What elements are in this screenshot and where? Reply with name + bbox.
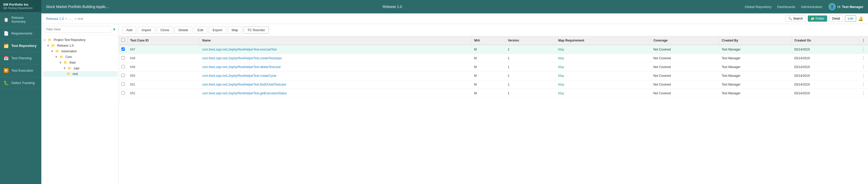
add-button[interactable]: Add: [122, 27, 136, 34]
row-checkbox[interactable]: [121, 56, 125, 60]
clone-button[interactable]: Clone: [157, 27, 173, 34]
tree-node-label: Automation: [61, 49, 77, 53]
topnav-links: Global Repository Dashboards Administrat…: [745, 5, 822, 9]
row-checkbox[interactable]: [121, 82, 125, 86]
select-all-checkbox[interactable]: [121, 38, 125, 42]
row-options-button[interactable]: ⋮: [861, 56, 865, 61]
export-button[interactable]: Export: [209, 27, 226, 34]
filter-icon[interactable]: ▼: [113, 27, 116, 31]
notification-bell-icon[interactable]: 🔔: [858, 16, 863, 21]
header-created-on: Created On: [792, 36, 859, 45]
map-link[interactable]: Map: [558, 74, 564, 78]
breadcrumb-sep2: >: [75, 17, 77, 21]
list-button[interactable]: List: [845, 15, 856, 22]
test-case-name-link[interactable]: com.thed.zapi.rest.ZephyrRestHelperTest.…: [202, 91, 287, 95]
created-by-cell: Test Manager: [719, 63, 792, 71]
sidebar-item-release-summary[interactable]: 📋 Release Summary: [0, 12, 41, 27]
header-map-requirement: Map Requirement: [555, 36, 651, 45]
table-header-row: Test Case ID Name M/A Version Map Requir…: [119, 36, 868, 45]
map-requirement-cell: Map: [555, 63, 651, 71]
detail-label: Detail: [832, 17, 840, 21]
ma-cell: M: [471, 71, 505, 80]
sidebar-item-test-repository[interactable]: 🗂️ Test Repository: [0, 40, 41, 52]
tree-node-label: zapi: [74, 67, 79, 70]
row-options-button[interactable]: ⋮: [861, 91, 865, 96]
company-name: SM Portfolio Inc: [3, 3, 38, 6]
global-repository-link[interactable]: Global Repository: [745, 5, 771, 9]
map-link[interactable]: Map: [558, 65, 564, 69]
created-by-cell: Test Manager: [719, 54, 792, 63]
administration-link[interactable]: Administration: [801, 5, 822, 9]
test-case-name-link[interactable]: com.thed.zapi.rest.ZephyrRestHelperTest.…: [202, 65, 281, 69]
sidebar-item-requirements[interactable]: 📄 Requirements: [0, 27, 41, 40]
row-checkbox[interactable]: [121, 74, 125, 77]
row-checkbox[interactable]: [121, 91, 125, 95]
map-link[interactable]: Map: [558, 57, 564, 60]
tree-item[interactable]: ▼📁Release 1.0: [42, 43, 118, 48]
version-cell: 1: [505, 54, 555, 63]
options-cell: ⋮: [859, 80, 868, 89]
tree-expand-icon: ▼: [59, 61, 62, 65]
test-case-table: Test Case ID Name M/A Version Map Requir…: [119, 36, 868, 98]
options-cell: ⋮: [859, 45, 868, 54]
sidebar-logo: SM Portfolio Inc QA Testing Department: [0, 0, 41, 12]
row-options-button[interactable]: ⋮: [861, 73, 865, 78]
search-button[interactable]: 🔍 Search: [785, 15, 806, 22]
test-repository-icon: 🗂️: [4, 43, 9, 48]
options-cell: ⋮: [859, 63, 868, 71]
breadcrumb-release[interactable]: Release 1.0: [46, 17, 64, 21]
options-cell: ⋮: [859, 71, 868, 80]
requirements-icon: 📄: [4, 31, 9, 36]
body-area: ▼ ▷📁Project Test Repository▼📁Release 1.0…: [41, 24, 868, 184]
sidebar-item-test-planning[interactable]: 📅 Test Planning: [0, 52, 41, 65]
sidebar-item-defect-tracking[interactable]: 🐛 Defect Tracking: [0, 77, 41, 89]
row-checkbox-cell: [119, 63, 128, 71]
test-case-name-link[interactable]: com.thed.zapi.rest.ZephyrRestHelperTest.…: [202, 57, 282, 60]
ma-cell: M: [471, 45, 505, 54]
folder-label: Folder: [815, 17, 824, 21]
row-checkbox[interactable]: [121, 65, 125, 68]
test-case-name-link[interactable]: com.thed.zapi.rest.ZephyrRestHelperTest.…: [202, 83, 286, 86]
filter-input[interactable]: [44, 26, 111, 33]
map-link[interactable]: Map: [558, 83, 564, 86]
folder-icon: 📁: [811, 17, 814, 21]
test-case-name-link[interactable]: com.thed.zapi.rest.ZephyrRestHelperTest.…: [202, 48, 277, 51]
detail-button[interactable]: Detail: [829, 15, 843, 22]
tree-item[interactable]: ▼📁Automation: [42, 48, 118, 54]
release-label: Release 1.0: [382, 5, 402, 9]
map-link[interactable]: Map: [558, 48, 564, 51]
test-case-id-cell: 649: [128, 63, 200, 71]
test-planning-icon: 📅: [4, 56, 9, 61]
version-cell: 1: [505, 71, 555, 80]
tree-item[interactable]: 📁rest: [42, 71, 118, 77]
main-area: Stock Market Portfolio Building Applic..…: [41, 0, 868, 184]
map-link[interactable]: Map: [558, 91, 564, 95]
tree-item[interactable]: ▼📁thed: [42, 60, 118, 66]
ma-cell: M: [471, 89, 505, 98]
tree-node-label: thed: [69, 61, 75, 65]
sidebar-item-label: Test Execution: [11, 69, 33, 72]
row-options-button[interactable]: ⋮: [861, 82, 865, 87]
tree-item[interactable]: ▼📁zapi: [42, 66, 118, 71]
row-options-button[interactable]: ⋮: [861, 65, 865, 69]
dashboards-link[interactable]: Dashboards: [777, 5, 795, 9]
row-checkbox-cell: [119, 54, 128, 63]
tree-item[interactable]: ▷📁Project Test Repository: [42, 37, 118, 43]
table-row: 647 com.thed.zapi.rest.ZephyrRestHelperT…: [119, 45, 868, 54]
sidebar-item-label: Test Repository: [11, 44, 36, 48]
row-options-button[interactable]: ⋮: [861, 47, 865, 52]
created-on-cell: 03/14/2019: [792, 71, 859, 80]
folder-button[interactable]: 📁 Folder: [808, 15, 827, 22]
row-checkbox[interactable]: [121, 47, 125, 51]
breadcrumb-actions: 🔍 Search 📁 Folder Detail List 🔔: [785, 15, 863, 22]
import-button[interactable]: Import: [138, 27, 155, 34]
table-row: 648 com.thed.zapi.rest.ZephyrRestHelperT…: [119, 54, 868, 63]
edit-button[interactable]: Edit: [194, 27, 207, 34]
sidebar-item-test-execution[interactable]: ▶️ Test Execution: [0, 65, 41, 77]
delete-button[interactable]: Delete: [175, 27, 192, 34]
tree-node-label: rest: [72, 72, 78, 76]
tc-reorder-button[interactable]: TC Reorder: [244, 27, 269, 34]
tree-item[interactable]: ▼📁Com: [42, 54, 118, 60]
map-button[interactable]: Map: [228, 27, 242, 34]
test-case-name-link[interactable]: com.thed.zapi.rest.ZephyrRestHelperTest.…: [202, 74, 276, 78]
